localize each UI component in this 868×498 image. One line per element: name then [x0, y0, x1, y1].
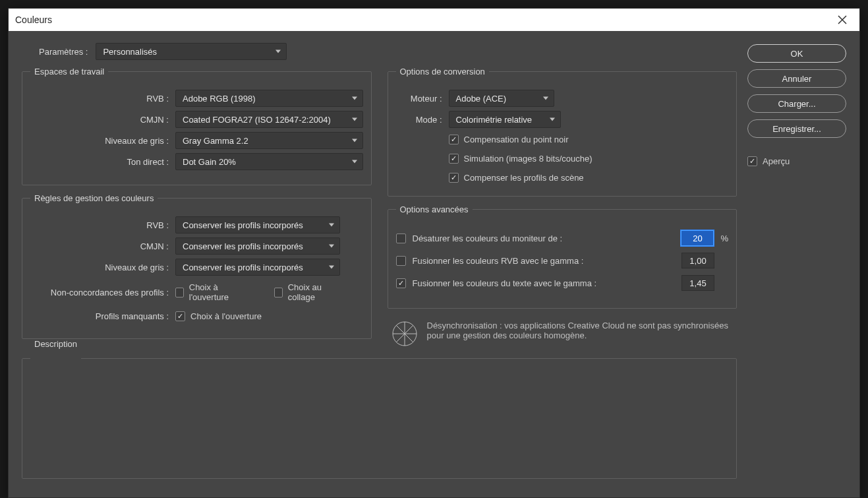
- workspaces-group: Espaces de travail RVB : Adobe RGB (1998…: [22, 67, 372, 185]
- engine-label: Moteur :: [396, 94, 442, 104]
- load-button[interactable]: Charger...: [747, 94, 846, 113]
- sync-text: Désynchronisation : vos applications Cre…: [427, 321, 734, 340]
- blend-text-label: Fusionner les couleurs du texte avec le …: [413, 278, 676, 288]
- rgb-select[interactable]: Adobe RGB (1998): [175, 90, 363, 107]
- rules-rgb-select[interactable]: Conserver les profils incorporés: [175, 216, 340, 233]
- color-rules-legend: Règles de gestion des couleurs: [30, 193, 158, 203]
- mismatch-paste-checkbox[interactable]: Choix au collage: [274, 282, 340, 302]
- engine-select[interactable]: Adobe (ACE): [449, 90, 554, 107]
- settings-value: Personnalisés: [103, 47, 157, 57]
- desaturate-checkbox[interactable]: [396, 233, 406, 243]
- settings-label: Paramètres :: [39, 47, 88, 57]
- dialog-title: Couleurs: [15, 15, 52, 25]
- checkbox-icon: [396, 278, 406, 288]
- checkbox-icon: [175, 288, 184, 297]
- save-button[interactable]: Enregistrer...: [747, 119, 846, 138]
- rgb-label: RVB :: [30, 94, 169, 104]
- scene-checkbox[interactable]: Compenser les profils de scène: [449, 173, 729, 183]
- blend-text-input[interactable]: [681, 275, 714, 291]
- color-settings-dialog: Couleurs Paramètres : Personnalisés Espa…: [8, 8, 860, 498]
- checkbox-icon: [747, 156, 757, 166]
- blackpoint-checkbox[interactable]: Compensation du point noir: [449, 135, 729, 144]
- rules-rgb-label: RVB :: [30, 220, 169, 230]
- dither-checkbox[interactable]: Simulation (images 8 bits/couche): [449, 154, 729, 164]
- ok-button[interactable]: OK: [747, 44, 846, 63]
- advanced-group: Options avancées Désaturer les couleurs …: [388, 204, 738, 309]
- rules-gray-label: Niveaux de gris :: [30, 263, 169, 272]
- blend-rgb-checkbox[interactable]: [396, 256, 406, 266]
- close-button[interactable]: [832, 9, 853, 30]
- intent-select[interactable]: Colorimétrie relative: [449, 111, 561, 128]
- cmyk-label: CMJN :: [30, 115, 169, 125]
- checkbox-icon: [175, 311, 185, 321]
- rules-cmyk-select[interactable]: Conserver les profils incorporés: [175, 237, 340, 255]
- mismatch-open-checkbox[interactable]: Choix à l'ouverture: [175, 282, 248, 302]
- checkbox-icon: [449, 154, 459, 164]
- description-legend: Description: [30, 339, 81, 349]
- checkbox-icon: [274, 288, 283, 297]
- desaturate-input[interactable]: [681, 230, 714, 246]
- blend-text-checkbox[interactable]: [396, 278, 406, 288]
- blend-rgb-label: Fusionner les couleurs RVB avec le gamma…: [413, 256, 676, 266]
- missing-open-checkbox[interactable]: Choix à l'ouverture: [175, 311, 340, 321]
- settings-select[interactable]: Personnalisés: [96, 43, 287, 60]
- checkbox-icon: [396, 256, 406, 266]
- spot-label: Ton direct :: [30, 157, 169, 167]
- workspaces-legend: Espaces de travail: [30, 67, 108, 77]
- close-icon: [838, 15, 847, 24]
- conversion-legend: Options de conversion: [396, 67, 489, 77]
- desaturate-label: Désaturer les couleurs du moniteur de :: [413, 233, 675, 243]
- checkbox-icon: [396, 233, 406, 243]
- sync-warning-icon: [391, 321, 418, 347]
- checkbox-icon: [449, 173, 459, 183]
- gray-select[interactable]: Gray Gamma 2.2: [175, 132, 363, 149]
- rules-gray-select[interactable]: Conserver les profils incorporés: [175, 259, 340, 276]
- sync-status: Désynchronisation : vos applications Cre…: [388, 317, 738, 351]
- checkbox-icon: [449, 135, 459, 144]
- gray-label: Niveaux de gris :: [30, 136, 169, 146]
- titlebar: Couleurs: [9, 9, 859, 31]
- missing-label: Profils manquants :: [30, 311, 169, 321]
- desaturate-unit: %: [720, 233, 728, 243]
- advanced-legend: Options avancées: [396, 204, 473, 214]
- spot-select[interactable]: Dot Gain 20%: [175, 153, 363, 170]
- cmyk-select[interactable]: Coated FOGRA27 (ISO 12647-2:2004): [175, 111, 363, 128]
- description-group: Description: [22, 354, 737, 479]
- mismatch-label: Non-concordances des profils :: [30, 288, 169, 297]
- preview-checkbox[interactable]: Aperçu: [747, 156, 846, 166]
- rules-cmyk-label: CMJN :: [30, 241, 169, 251]
- blend-rgb-input[interactable]: [681, 253, 714, 268]
- color-rules-group: Règles de gestion des couleurs RVB : Con…: [22, 193, 372, 339]
- conversion-group: Options de conversion Moteur : Adobe (AC…: [388, 67, 738, 197]
- cancel-button[interactable]: Annuler: [747, 69, 846, 88]
- intent-label: Mode :: [396, 115, 442, 125]
